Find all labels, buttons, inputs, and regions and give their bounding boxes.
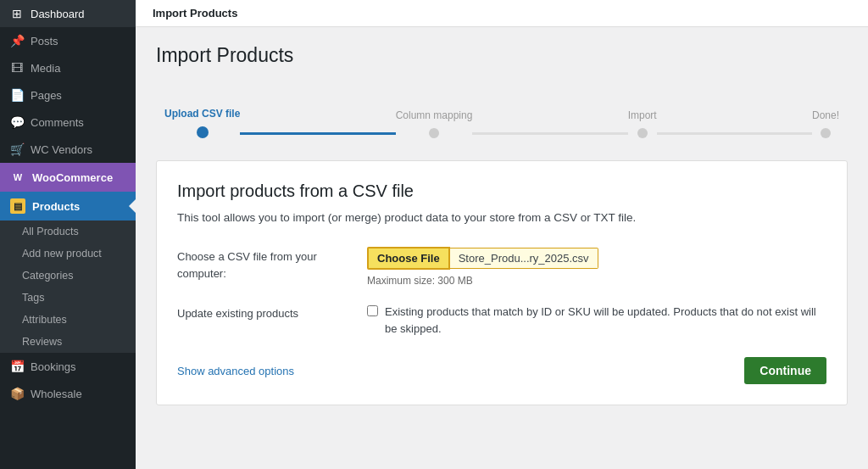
card-description: This tool allows you to import (or merge…: [177, 209, 826, 226]
connector-1: [240, 132, 395, 135]
step-label-column: Column mapping: [396, 109, 473, 121]
wizard-step-column: Column mapping: [396, 109, 473, 138]
file-control: Choose File Store_Produ...ry_2025.csv Ma…: [367, 247, 826, 287]
products-icon: ▤: [10, 198, 25, 214]
file-name-display: Store_Produ...ry_2025.csv: [450, 248, 598, 269]
wizard-steps: Upload CSV file Column mapping Import Do…: [156, 84, 848, 147]
content-area: Import Products Upload CSV file Column m…: [136, 27, 868, 469]
sidebar-item-wc-vendors[interactable]: 🛒 WC Vendors: [0, 136, 136, 163]
update-checkbox-row: Existing products that match by ID or SK…: [367, 304, 826, 337]
submenu-add-new-product[interactable]: Add new product: [0, 243, 136, 265]
wizard-step-done: Done!: [812, 109, 839, 138]
continue-button[interactable]: Continue: [744, 357, 826, 384]
step-label-upload: Upload CSV file: [164, 108, 240, 120]
active-arrow: [129, 198, 136, 214]
connector-3: [657, 132, 812, 135]
step-dot-import: [637, 128, 648, 138]
wizard-step-import: Import: [628, 109, 657, 138]
card-title: Import products from a CSV file: [177, 181, 826, 201]
media-icon: 🎞: [10, 61, 24, 75]
step-dot-done: [821, 128, 831, 138]
step-label-import: Import: [628, 109, 657, 121]
max-size-label: Maximum size: 300 MB: [367, 275, 826, 287]
show-advanced-button[interactable]: Show advanced options: [177, 365, 294, 377]
page-title: Import Products: [156, 44, 848, 67]
sidebar-item-woocommerce[interactable]: W WooCommerce: [0, 163, 136, 192]
step-dot-column: [429, 128, 439, 138]
update-existing-row: Update existing products Existing produc…: [177, 304, 826, 337]
woocommerce-icon: W: [10, 170, 25, 185]
file-input-row: Choose a CSV file from your computer: Ch…: [177, 247, 826, 287]
update-checkbox[interactable]: [367, 305, 378, 316]
sidebar-item-bookings[interactable]: 📅 Bookings: [0, 353, 136, 380]
wholesale-icon: 📦: [10, 387, 24, 400]
sidebar-item-dashboard[interactable]: ⊞ Dashboard: [0, 0, 136, 27]
file-label: Choose a CSV file from your computer:: [177, 247, 347, 282]
main-area: Import Products Import Products Upload C…: [136, 0, 868, 469]
posts-icon: 📌: [10, 34, 24, 47]
sidebar-item-products[interactable]: ▤ Products: [0, 192, 136, 221]
wc-vendors-icon: 🛒: [10, 142, 24, 156]
choose-file-button[interactable]: Choose File: [367, 247, 450, 270]
update-label: Update existing products: [177, 304, 347, 322]
pages-icon: 📄: [10, 88, 24, 102]
submenu-tags[interactable]: Tags: [0, 287, 136, 309]
sidebar-item-pages[interactable]: 📄 Pages: [0, 81, 136, 109]
card-footer: Show advanced options Continue: [177, 357, 826, 384]
bookings-icon: 📅: [10, 360, 24, 373]
import-card: Import products from a CSV file This too…: [156, 160, 848, 405]
step-dot-upload: [197, 126, 209, 138]
sidebar-item-wholesale[interactable]: 📦 Wholesale: [0, 380, 136, 407]
sidebar-item-media[interactable]: 🎞 Media: [0, 54, 136, 81]
topbar: Import Products: [136, 0, 868, 27]
submenu-categories[interactable]: Categories: [0, 265, 136, 287]
step-label-done: Done!: [812, 109, 839, 121]
submenu-all-products[interactable]: All Products: [0, 221, 136, 243]
products-submenu: All Products Add new product Categories …: [0, 221, 136, 353]
breadcrumb: Import Products: [153, 7, 237, 20]
submenu-reviews[interactable]: Reviews: [0, 331, 136, 353]
connector-2: [472, 132, 627, 135]
sidebar-item-posts[interactable]: 📌 Posts: [0, 27, 136, 54]
file-chooser: Choose File Store_Produ...ry_2025.csv: [367, 247, 826, 270]
submenu-attributes[interactable]: Attributes: [0, 309, 136, 331]
comments-icon: 💬: [10, 115, 24, 129]
wizard-step-upload: Upload CSV file: [164, 108, 240, 138]
sidebar: ⊞ Dashboard 📌 Posts 🎞 Media 📄 Pages 💬 Co…: [0, 0, 136, 469]
update-checkbox-text: Existing products that match by ID or SK…: [385, 304, 826, 337]
update-control: Existing products that match by ID or SK…: [367, 304, 826, 337]
dashboard-icon: ⊞: [10, 7, 24, 20]
sidebar-item-comments[interactable]: 💬 Comments: [0, 109, 136, 136]
